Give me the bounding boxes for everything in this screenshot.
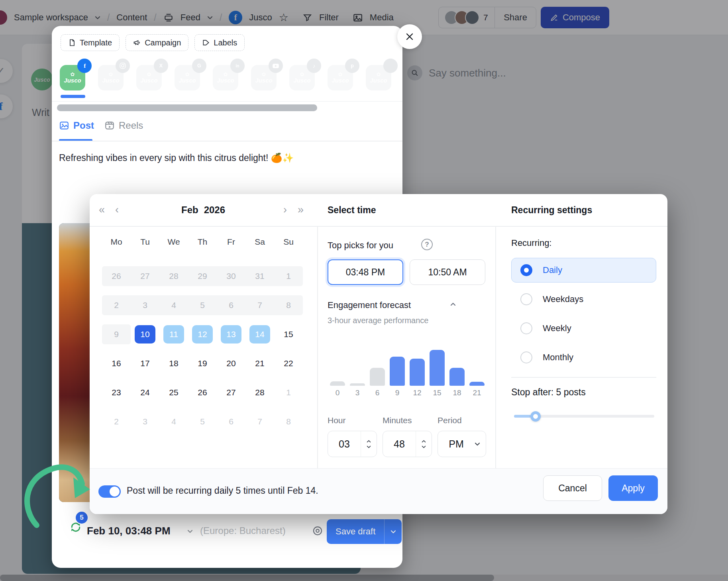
collapse-forecast-button[interactable] <box>450 302 456 306</box>
tab-post[interactable]: Post <box>59 120 94 131</box>
tab-reels[interactable]: Reels <box>104 120 143 131</box>
hour-stepper-controls[interactable] <box>361 431 377 457</box>
divider <box>511 377 656 378</box>
hour-label: Hour <box>328 416 346 425</box>
brand-logo-icon: ✿ <box>262 72 266 77</box>
divider <box>90 226 667 227</box>
template-button[interactable]: Template <box>61 34 120 51</box>
calendar-day[interactable]: 12 <box>188 324 217 344</box>
labels-button[interactable]: Labels <box>194 34 245 51</box>
account-tile-facebook[interactable]: ✿Juscof <box>60 65 85 90</box>
minutes-stepper-controls[interactable] <box>416 431 432 457</box>
slider-handle[interactable] <box>530 411 541 422</box>
account-name: Jusco <box>64 77 81 84</box>
hour-value[interactable]: 03 <box>328 438 361 450</box>
calendar-grid: 2627282930311234567891011121314151617181… <box>102 266 303 441</box>
scrollbar-thumb[interactable] <box>57 104 317 111</box>
radio-icon <box>520 293 532 305</box>
option-label: Weekly <box>543 323 571 334</box>
forecast-bar <box>390 357 405 386</box>
calendar-day[interactable]: 20 <box>217 353 245 373</box>
recurring-settings-title: Recurring settings <box>511 205 592 216</box>
account-tile-google[interactable]: ✿JuscoG <box>175 65 200 90</box>
calendar-day: 1 <box>274 266 303 286</box>
calendar-day[interactable]: 16 <box>102 353 131 373</box>
preview-icon[interactable] <box>312 525 324 537</box>
account-name: Jusco <box>102 77 119 84</box>
next-month-button[interactable]: › <box>283 203 287 216</box>
account-tile-x[interactable]: ✿JuscoX <box>136 65 162 90</box>
schedule-time-label[interactable]: Feb 10, 03:48 PM <box>87 525 171 537</box>
calendar-day[interactable]: 22 <box>274 353 303 373</box>
calendar-day[interactable]: 27 <box>217 383 245 402</box>
calendar-day[interactable]: 26 <box>188 383 217 402</box>
save-draft-dropdown[interactable] <box>384 519 402 544</box>
close-button[interactable] <box>397 24 422 49</box>
calendar-day[interactable]: 28 <box>245 383 274 402</box>
calendar-day: 4 <box>159 412 188 432</box>
divider <box>495 226 496 468</box>
recurring-option-weekly[interactable]: Weekly <box>511 316 656 341</box>
minutes-value[interactable]: 48 <box>383 438 416 450</box>
calendar-day[interactable]: 24 <box>131 383 159 402</box>
account-tile-tiktok[interactable]: ✿Jusco♪ <box>289 65 315 90</box>
axis-tick-label: 6 <box>367 389 387 397</box>
calendar-day: 28 <box>159 266 188 286</box>
calendar-day[interactable]: 10 <box>131 324 159 344</box>
account-tile-youtube[interactable]: ✿Jusco <box>251 65 277 90</box>
timezone-label: (Europe: Bucharest) <box>200 525 286 536</box>
brand-logo-icon: ✿ <box>71 72 75 77</box>
recurring-toggle[interactable] <box>98 485 121 498</box>
forecast-bar <box>449 368 465 386</box>
post-text-editor[interactable]: Refreshing vibes in every sip with this … <box>59 153 394 163</box>
apply-button[interactable]: Apply <box>608 475 658 501</box>
help-icon[interactable]: ? <box>421 239 433 250</box>
account-tile-linkedin[interactable]: ✿Juscoin <box>213 65 238 90</box>
calendar-day: 2 <box>102 412 131 432</box>
weekday-label: Tu <box>131 237 159 247</box>
calendar-day: 26 <box>102 266 131 286</box>
save-draft-button[interactable]: Save draft <box>327 519 384 544</box>
post-image-icon <box>59 120 69 131</box>
accounts-scrollbar[interactable] <box>57 104 397 112</box>
calendar-day[interactable]: 13 <box>217 324 245 344</box>
calendar-day[interactable]: 18 <box>159 353 188 373</box>
axis-tick-label: 12 <box>407 389 427 397</box>
calendar-day[interactable]: 23 <box>102 383 131 402</box>
close-icon <box>405 32 414 41</box>
calendar-day: 5 <box>188 295 217 315</box>
stop-after-slider[interactable] <box>514 412 654 420</box>
account-tile-instagram[interactable]: ✿Jusco <box>98 65 124 90</box>
prev-year-button[interactable]: « <box>99 203 105 216</box>
weekday-label: Fr <box>217 237 245 247</box>
slider-fill <box>514 415 531 418</box>
time-pick-button[interactable]: 03:48 PM <box>328 259 403 285</box>
chevron-down-icon <box>475 442 480 446</box>
account-tile-plain[interactable]: ✿Jusco <box>366 65 391 90</box>
calendar-day[interactable]: 11 <box>159 324 188 344</box>
calendar-day[interactable]: 17 <box>131 353 159 373</box>
plain-badge-icon <box>383 59 398 73</box>
svg-text:p: p <box>351 63 354 69</box>
time-pick-button[interactable]: 10:50 AM <box>410 259 485 285</box>
chevron-down-icon[interactable] <box>187 530 193 533</box>
account-tile-pinterest[interactable]: ✿Juscop <box>328 65 353 90</box>
brand-logo-icon: ✿ <box>185 72 190 77</box>
calendar-day[interactable]: 14 <box>245 324 274 344</box>
calendar-day[interactable]: 21 <box>245 353 274 373</box>
next-year-button[interactable]: » <box>298 203 304 216</box>
calendar-day[interactable]: 25 <box>159 383 188 402</box>
calendar-day[interactable]: 15 <box>274 324 303 344</box>
recurring-option-weekdays[interactable]: Weekdays <box>511 287 656 312</box>
recurring-option-monthly[interactable]: Monthly <box>511 345 656 370</box>
cancel-button[interactable]: Cancel <box>543 475 602 501</box>
account-tiles: ✿Juscof✿Jusco✿JuscoX✿JuscoG✿Juscoin✿Jusc… <box>60 65 391 90</box>
recurring-option-daily[interactable]: Daily <box>511 258 656 283</box>
recurring-label: Recurring: <box>511 238 551 248</box>
campaign-button[interactable]: Campaign <box>126 34 188 51</box>
prev-month-button[interactable]: ‹ <box>115 203 119 216</box>
forecast-bar <box>469 382 485 386</box>
period-select[interactable]: PM <box>438 431 486 457</box>
calendar-day[interactable]: 19 <box>188 353 217 373</box>
account-name: Jusco <box>293 77 310 84</box>
